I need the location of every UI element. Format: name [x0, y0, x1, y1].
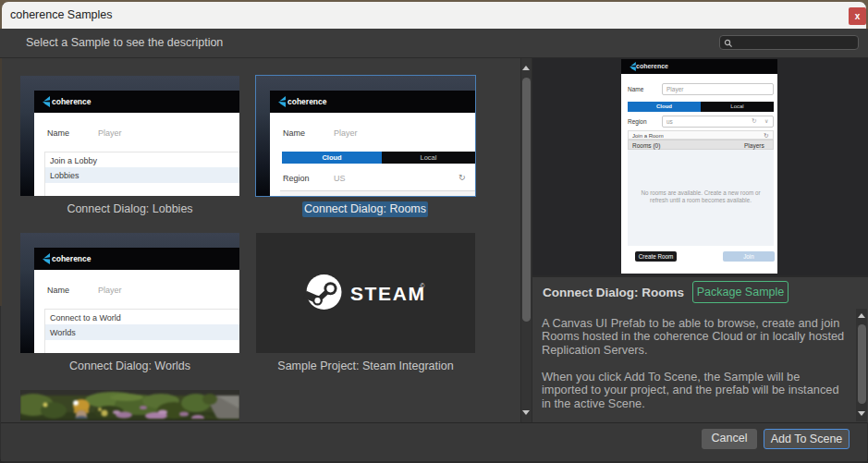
svg-text:©: © [421, 283, 425, 289]
svg-text:STEAM: STEAM [350, 283, 426, 304]
